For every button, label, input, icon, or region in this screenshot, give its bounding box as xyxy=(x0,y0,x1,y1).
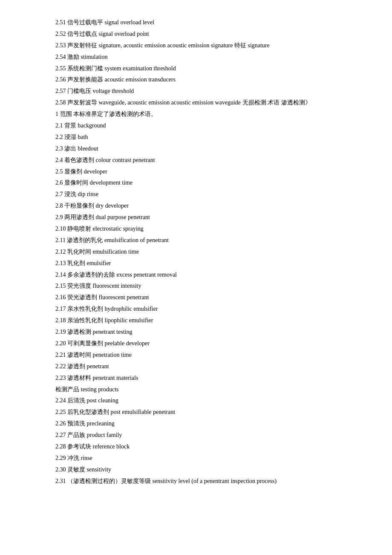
term-entry: 2.25 后乳化型渗透剂 post emulsifiable penetrant xyxy=(55,407,341,418)
term-entry: 2.7 浸洗 dip rinse xyxy=(55,189,341,200)
main-content: 2.51 信号过载电平 signal overload level 2.52 信… xyxy=(55,17,341,487)
term-entry: 2.15 荧光强度 fluorescent intensity xyxy=(55,280,341,292)
term-entry: 2.29 冲洗 rinse xyxy=(55,453,341,464)
term-entry: 2.8 干粉显像剂 dry developer xyxy=(55,200,341,211)
term-entry: 2.26 预清洗 precleaning xyxy=(55,418,341,429)
term-entry: 2.31 （渗透检测过程的）灵敏度等级 sensitivity level (o… xyxy=(55,476,341,487)
term-entry: 2.30 灵敏度 sensitivity xyxy=(55,464,341,475)
term-entry: 2.21 渗透时间 penetration time xyxy=(55,350,341,361)
term-entry: 2.28 参考试块 reference block xyxy=(55,441,341,452)
term-entry: 2.53 声发射特征 signature, acoustic emission … xyxy=(55,40,341,51)
term-entry: 2.3 渗出 bleedout xyxy=(55,143,341,154)
term-entry: 2.13 乳化剂 emulsifier xyxy=(55,258,341,269)
term-entry: 2.24 后清洗 post cleaning xyxy=(55,395,341,406)
term-entry: 2.2 浸湿 bath xyxy=(55,132,341,143)
term-entry: 2.20 可剥离显像剂 peelable developer xyxy=(55,338,341,349)
term-entry: 2.18 亲油性乳化剂 lipophilic emulsifier xyxy=(55,315,341,326)
term-entry: 2.12 乳化时间 emulsification time xyxy=(55,246,341,257)
term-entry: 检测产品 testing products xyxy=(55,384,341,395)
term-entry: 2.4 着色渗透剂 colour contrast penetrant xyxy=(55,155,341,166)
term-entry: 2.19 渗透检测 penetrant testing xyxy=(55,327,341,338)
term-entry: 2.23 渗透材料 penetrant materials xyxy=(55,373,341,384)
term-entry: 1 范围 本标准界定了渗透检测的术语。 xyxy=(55,109,341,120)
term-entry: 2.22 渗透剂 penetrant xyxy=(55,361,341,372)
term-entry: 2.55 系统检测门槛 system examination threshold xyxy=(55,63,341,74)
term-entry: 2.10 静电喷射 electrostatic spraying xyxy=(55,223,341,234)
term-entry: 2.52 信号过载点 signal overload point xyxy=(55,29,341,40)
term-entry: 2.51 信号过载电平 signal overload level xyxy=(55,17,341,28)
term-entry: 2.54 激励 stimulation xyxy=(55,52,341,63)
term-entry: 2.14 多余渗透剂的去除 excess penetrant removal xyxy=(55,269,341,280)
term-entry: 2.17 亲水性乳化剂 hydrophilic emulsifier xyxy=(55,304,341,315)
term-entry: 2.5 显像剂 developer xyxy=(55,166,341,177)
term-entry: 2.11 渗透剂的乳化 emulsification of penetrant xyxy=(55,235,341,246)
term-entry: 2.56 声发射换能器 acoustic emission transducer… xyxy=(55,74,341,85)
term-entry: 2.6 显像时间 development time xyxy=(55,177,341,188)
term-entry: 2.16 荧光渗透剂 fluorescent penetrant xyxy=(55,292,341,303)
term-entry: 2.58 声发射波导 waveguide, acoustic emission … xyxy=(55,97,341,108)
term-entry: 2.57 门槛电压 voltage threshold xyxy=(55,86,341,97)
term-entry: 2.27 产品族 product family xyxy=(55,430,341,441)
term-entry: 2.9 两用渗透剂 dual purpose penetrant xyxy=(55,212,341,223)
term-entry: 2.1 背景 background xyxy=(55,120,341,131)
